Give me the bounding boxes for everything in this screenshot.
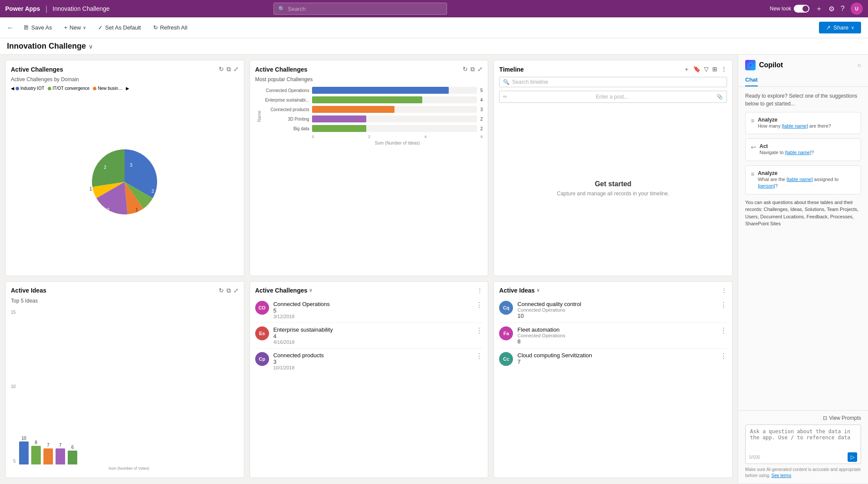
bar-row-1: Connected Operations 5 — [262, 87, 483, 94]
suggestion-type-1: Analyze — [758, 117, 831, 123]
copilot-suggestion-1[interactable]: ≡ Analyze How many [table name] are ther… — [745, 112, 861, 134]
ideas-y-axis: 15 10 5 — [11, 310, 16, 471]
timeline-more-icon[interactable]: ⋮ — [721, 66, 727, 73]
new-look-label: New look — [770, 6, 791, 12]
copy-ideas-icon[interactable]: ⧉ — [227, 287, 231, 294]
attachment-icon[interactable]: 📎 — [717, 94, 723, 100]
share-button[interactable]: ↗ Share ∨ — [819, 22, 861, 33]
timeline-columns-icon[interactable]: ⊞ — [712, 66, 717, 73]
page-title: Innovation Challenge — [7, 42, 86, 51]
search-bar[interactable]: 🔍 Search — [273, 3, 447, 15]
idea-item-more-2[interactable]: ⋮ — [720, 326, 727, 335]
active-ideas-chart-card: Active Ideas ↻ ⧉ ⤢ Top 5 Ideas 15 10 5 — [5, 281, 244, 478]
timeline-search[interactable]: 🔍 Search timeline — [499, 77, 727, 87]
ideas-list-more-icon[interactable]: ⋮ — [721, 287, 727, 293]
copilot-input[interactable] — [746, 425, 861, 450]
add-icon[interactable]: ＋ — [815, 4, 822, 13]
expand-card-icon[interactable]: ⤢ — [233, 66, 239, 73]
save-as-button[interactable]: 🖹 Save As — [19, 22, 56, 33]
copilot-close-icon[interactable]: ○ — [858, 62, 861, 69]
timeline-bookmark-icon[interactable]: 🔖 — [693, 66, 700, 73]
idea-content-3: Cloud computing Servitization 7 — [517, 352, 716, 365]
copilot-disclaimer: Make sure AI-generated content is accura… — [745, 467, 861, 479]
search-icon: 🔍 — [278, 6, 285, 12]
set-default-button[interactable]: ✓ Set As Default — [94, 22, 145, 33]
share-label: Share — [833, 24, 848, 31]
refresh-card-icon[interactable]: ↻ — [219, 66, 224, 73]
pie-subtitle: Active Challenges by Domain — [11, 76, 239, 82]
challenge-item-more-1[interactable]: ⋮ — [476, 301, 483, 309]
list-item: Fa Fleet automation Connected Operations… — [499, 323, 727, 349]
timeline-post-input[interactable]: ✏ Enter a post... 📎 — [499, 91, 727, 103]
input-counter: 0/500 — [749, 455, 760, 460]
page-title-chevron-icon[interactable]: ∨ — [89, 43, 93, 50]
suggestion-link-1[interactable]: [table name] — [782, 123, 808, 128]
pencil-icon: ✏ — [503, 94, 507, 100]
idea-item-more-1[interactable]: ⋮ — [720, 301, 727, 309]
bar-fill-2 — [312, 96, 423, 103]
back-button[interactable]: ← — [7, 24, 14, 32]
bar-row-2: Enterprise sustainabi... 4 — [262, 96, 483, 103]
disclaimer-link[interactable]: See terms — [772, 473, 792, 478]
refresh-button[interactable]: ↻ Refresh All — [149, 22, 192, 33]
y-label-15: 15 — [11, 310, 16, 315]
tab-chat[interactable]: Chat — [745, 74, 758, 86]
challenges-list-items: CO Connected Operations 5 3/12/2018 ⋮ Es… — [255, 297, 483, 374]
bar-track-3 — [312, 106, 477, 113]
disclaimer-text: Make sure AI-generated content is accura… — [745, 467, 861, 478]
idea-item-more-3[interactable]: ⋮ — [720, 352, 727, 360]
suggestion-link-2[interactable]: [table name] — [785, 150, 812, 155]
help-icon[interactable]: ? — [841, 5, 845, 13]
copilot-title: Copilot — [759, 61, 783, 69]
challenges-list-more-icon[interactable]: ⋮ — [477, 287, 483, 293]
share-chevron-icon: ∨ — [851, 25, 854, 30]
challenge-count-3: 3 — [273, 359, 472, 365]
ideas-bar-val-1: 10 — [22, 436, 26, 441]
challenge-date-3: 10/1/2018 — [273, 365, 472, 370]
challenge-item-more-3[interactable]: ⋮ — [476, 352, 483, 360]
challenges-list-title: Active Challenges — [255, 287, 308, 294]
copilot-suggestion-2[interactable]: ↩ Act Navigate to [table name]? — [745, 138, 861, 161]
idea-content-1: Connected quality control Connected Oper… — [517, 301, 716, 319]
pie-label-5: 1 — [89, 186, 92, 191]
new-look-toggle[interactable]: New look — [770, 5, 809, 13]
idea-count-2: 8 — [517, 338, 716, 345]
idea-avatar-1: Cq — [499, 301, 513, 315]
suggestion-link-3a[interactable]: [table name] — [786, 177, 813, 182]
idea-avatar-3: Cc — [499, 352, 513, 366]
copilot-suggestion-3[interactable]: ≡ Analyze What are the [table name] assi… — [745, 165, 861, 194]
ideas-list-chevron-icon[interactable]: ∨ — [536, 287, 540, 293]
set-default-label: Set As Default — [105, 24, 141, 31]
checkmark-icon: ✓ — [98, 24, 103, 31]
send-button[interactable]: ▷ — [848, 452, 857, 462]
toggle-switch[interactable] — [794, 5, 809, 13]
ideas-bars-container: 10 8 7 7 — [19, 310, 239, 467]
challenge-item-more-2[interactable]: ⋮ — [476, 326, 483, 335]
legend-more-icon[interactable]: ▶ — [126, 86, 129, 91]
bar-track-2 — [312, 96, 477, 103]
bar-label-3: Connected products — [262, 107, 309, 112]
copilot-body: Ready to explore? Select one of the sugg… — [738, 87, 868, 410]
app-title: Innovation Challenge — [53, 5, 110, 12]
bar-fill-3 — [312, 106, 395, 113]
ideas-bar-val-3: 7 — [47, 443, 49, 448]
view-prompts-button[interactable]: ⊡ View Prompts — [745, 415, 861, 421]
refresh-bar-icon[interactable]: ↻ — [463, 66, 468, 73]
copy-card-icon[interactable]: ⧉ — [227, 66, 231, 73]
new-button[interactable]: + New ∨ — [60, 22, 91, 33]
challenge-avatar-3: Cp — [255, 352, 269, 366]
settings-icon[interactable]: ⚙ — [829, 5, 835, 13]
expand-ideas-icon[interactable]: ⤢ — [233, 287, 239, 294]
suggestion-icon-2: ↩ — [751, 144, 756, 156]
avatar[interactable]: U — [851, 3, 863, 15]
ideas-axis-label: Sum (Number of Votes) — [19, 466, 239, 471]
timeline-add-icon[interactable]: ＋ — [684, 66, 690, 73]
copy-bar-icon[interactable]: ⧉ — [470, 66, 475, 73]
expand-bar-icon[interactable]: ⤢ — [477, 66, 483, 73]
refresh-ideas-icon[interactable]: ↻ — [219, 287, 224, 294]
ideas-chart-subtitle: Top 5 Ideas — [11, 298, 239, 304]
suggestion-link-3b[interactable]: [person] — [758, 183, 775, 188]
challenges-list-chevron-icon[interactable]: ∨ — [309, 287, 312, 293]
bar-fill-1 — [312, 87, 449, 94]
timeline-filter-icon[interactable]: ▽ — [704, 66, 709, 73]
